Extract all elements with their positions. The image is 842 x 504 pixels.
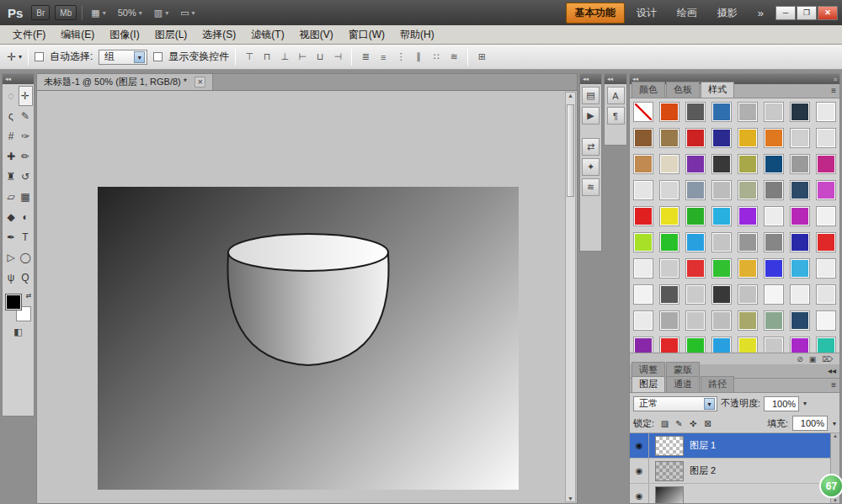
style-swatch-10[interactable] <box>685 128 706 148</box>
close-button[interactable]: ✕ <box>818 6 838 20</box>
delete-style-icon[interactable]: ⌦ <box>822 355 833 363</box>
marquee-tool[interactable]: ◌ <box>4 86 19 106</box>
style-swatch-67[interactable] <box>711 310 732 331</box>
dodge-tool[interactable]: ◐ <box>19 207 33 227</box>
style-swatch-1[interactable] <box>659 102 679 122</box>
style-swatch-41[interactable] <box>659 232 679 252</box>
distribute-vertical-centers-icon[interactable]: ≡ <box>376 50 391 65</box>
style-swatch-62[interactable] <box>790 284 810 305</box>
style-swatch-78[interactable] <box>790 337 810 353</box>
clone-source-panel-icon[interactable]: ≋ <box>582 178 600 196</box>
distribute-left-edges-icon[interactable]: ∥ <box>411 50 426 65</box>
menu-item-0[interactable]: 文件(F) <box>5 25 53 45</box>
foreground-color-swatch[interactable] <box>6 294 21 310</box>
style-swatch-5[interactable] <box>764 102 784 122</box>
auto-select-dropdown[interactable]: 组 ▾ <box>99 50 147 65</box>
lock-transparent-pixels-icon[interactable]: ▨ <box>658 417 671 430</box>
workspace-overflow-icon[interactable]: » <box>751 7 770 19</box>
style-swatch-33[interactable] <box>659 206 679 226</box>
menu-item-3[interactable]: 图层(L) <box>147 25 195 45</box>
crop-tool[interactable]: # <box>4 126 19 146</box>
layer-thumbnail[interactable] <box>655 486 684 504</box>
blend-mode-dropdown[interactable]: 正常 ▾ <box>633 396 717 411</box>
tool-presets-panel-icon[interactable]: ⇄ <box>582 138 600 156</box>
style-swatch-46[interactable] <box>790 232 810 252</box>
scroll-down-icon[interactable]: ▼ <box>568 496 573 501</box>
style-swatch-64[interactable] <box>633 310 653 331</box>
style-swatch-74[interactable] <box>685 337 706 353</box>
collapse-chevrons-icon[interactable]: ◂◂ <box>583 76 589 82</box>
quick-mask-icon[interactable]: ◧ <box>12 326 25 338</box>
clear-style-icon[interactable]: ⊘ <box>797 355 803 363</box>
align-top-edges-icon[interactable]: ⊤ <box>242 50 257 65</box>
swap-colors-icon[interactable]: ⇄ <box>26 292 32 300</box>
style-swatch-63[interactable] <box>816 284 836 305</box>
scrollbar-thumb[interactable] <box>567 104 574 197</box>
document-tab[interactable]: 未标题-1 @ 50% (图层 1, RGB/8) * × <box>37 74 213 90</box>
style-swatch-52[interactable] <box>738 258 758 279</box>
style-swatch-8[interactable] <box>633 128 653 148</box>
style-swatch-79[interactable] <box>816 337 836 353</box>
style-swatch-55[interactable] <box>816 258 836 279</box>
tab-layers-group-0[interactable]: 图层 <box>632 376 665 392</box>
document-vertical-scrollbar[interactable]: ▲ ▼ <box>565 92 576 502</box>
brush-tool[interactable]: ✏ <box>19 146 33 167</box>
new-style-icon[interactable]: ▣ <box>809 355 817 363</box>
align-bottom-edges-icon[interactable]: ⊥ <box>277 50 292 65</box>
style-swatch-58[interactable] <box>685 284 706 305</box>
menu-item-6[interactable]: 视图(V) <box>292 25 341 45</box>
menu-item-1[interactable]: 编辑(E) <box>53 25 102 45</box>
arrange-documents-dropdown[interactable]: ▥ ▾ <box>151 5 172 20</box>
style-swatch-32[interactable] <box>633 206 653 226</box>
style-swatch-6[interactable] <box>790 102 810 122</box>
auto-align-layers-icon[interactable]: ⊞ <box>474 50 489 65</box>
tab-styles-group-0[interactable]: 颜色 <box>632 82 665 98</box>
lock-all-icon[interactable]: ⊠ <box>701 417 714 430</box>
style-swatch-59[interactable] <box>711 284 732 305</box>
distribute-right-edges-icon[interactable]: ≋ <box>446 50 461 65</box>
style-swatch-47[interactable] <box>816 232 836 252</box>
style-swatch-9[interactable] <box>659 128 679 148</box>
style-swatch-51[interactable] <box>711 258 732 279</box>
layer-row-2[interactable]: ◉图层 2 <box>630 459 839 484</box>
distribute-horizontal-centers-icon[interactable]: ∷ <box>429 50 444 65</box>
style-swatch-30[interactable] <box>790 180 810 200</box>
style-swatch-19[interactable] <box>711 154 732 174</box>
style-swatch-24[interactable] <box>633 180 653 200</box>
style-swatch-34[interactable] <box>685 206 706 226</box>
style-swatch-69[interactable] <box>764 310 784 331</box>
scroll-up-icon[interactable]: ▲ <box>833 433 838 438</box>
tools-panel-header[interactable]: ◂◂ <box>3 74 34 84</box>
actions-panel-icon[interactable]: ▶ <box>582 107 600 125</box>
style-swatch-16[interactable] <box>633 154 653 174</box>
style-swatch-61[interactable] <box>764 284 784 305</box>
layers-panel-menu-icon[interactable]: ≡ <box>831 380 836 390</box>
minimize-button[interactable]: ─ <box>775 6 796 20</box>
style-swatch-38[interactable] <box>790 206 810 226</box>
style-swatch-45[interactable] <box>764 232 784 252</box>
lock-image-pixels-icon[interactable]: ✎ <box>673 417 685 430</box>
style-swatch-0[interactable] <box>633 102 653 122</box>
style-swatch-25[interactable] <box>659 180 679 200</box>
style-swatch-40[interactable] <box>633 232 653 252</box>
bridge-button[interactable]: Br <box>31 5 50 20</box>
style-swatch-70[interactable] <box>790 310 810 331</box>
view-extras-dropdown[interactable]: ▦ ▾ <box>88 5 109 20</box>
style-swatch-15[interactable] <box>816 128 836 148</box>
strip-header[interactable]: ◂◂ <box>605 74 626 84</box>
style-swatch-65[interactable] <box>659 310 679 331</box>
align-horizontal-centers-icon[interactable]: ⊔ <box>312 50 328 65</box>
shape-tool[interactable]: ◯ <box>19 247 33 268</box>
layer-row-1[interactable]: ◉图层 1 <box>630 433 839 459</box>
visibility-eye-icon[interactable]: ◉ <box>630 484 649 503</box>
move-tool[interactable]: ✛ <box>19 86 33 106</box>
style-swatch-57[interactable] <box>659 284 679 305</box>
panel-menu-icon[interactable]: ≡ <box>834 77 837 82</box>
style-swatch-23[interactable] <box>816 154 836 174</box>
align-right-edges-icon[interactable]: ⊣ <box>330 50 345 65</box>
align-vertical-centers-icon[interactable]: ⊓ <box>259 50 274 65</box>
histogram-panel-icon[interactable]: ▤ <box>582 87 600 104</box>
character-panel-icon[interactable]: A <box>607 87 625 104</box>
opacity-input[interactable]: 100% <box>764 396 799 411</box>
fill-input[interactable]: 100% <box>792 416 828 431</box>
